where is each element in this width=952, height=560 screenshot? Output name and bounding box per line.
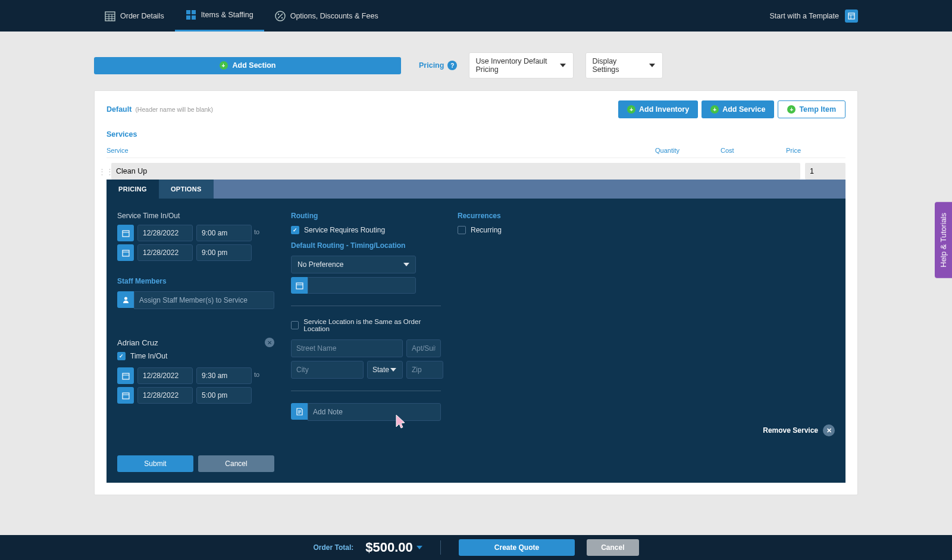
svg-rect-8 — [848, 13, 854, 19]
start-template-label[interactable]: Start with a Template — [770, 12, 840, 20]
same-location-label: Service Location is the Same as Order Lo… — [303, 318, 441, 332]
service-time-label: Service Time In/Out — [117, 212, 274, 220]
time-in-input[interactable] — [196, 225, 252, 241]
svg-rect-3 — [186, 15, 190, 20]
svg-rect-12 — [123, 373, 129, 379]
nav-order-details[interactable]: Order Details — [94, 0, 175, 32]
services-panel: Default (Header name will be blank) + Ad… — [94, 90, 858, 495]
time-inout-checkbox[interactable] — [117, 352, 126, 360]
svg-point-6 — [277, 13, 278, 14]
requires-routing-checkbox[interactable] — [291, 226, 299, 234]
service-row: ⋮⋮ — [107, 158, 845, 180]
svg-point-11 — [124, 297, 127, 300]
default-routing-label: Default Routing - Timing/Location — [291, 241, 441, 250]
svg-rect-14 — [296, 283, 303, 289]
options-body: Service Time In/Out — [107, 199, 845, 483]
help-tutorials-tab[interactable]: Help & Tutorials — [935, 202, 952, 278]
street-input[interactable] — [291, 339, 403, 357]
add-section-button[interactable]: + Add Section — [94, 57, 401, 74]
requires-routing-label: Service Requires Routing — [304, 226, 385, 234]
time-out-input[interactable] — [196, 244, 252, 261]
help-icon[interactable]: ? — [447, 61, 457, 70]
nav-right: Start with a Template — [770, 10, 859, 23]
routing-preference-select[interactable]: No Preference — [291, 256, 416, 273]
svg-rect-10 — [123, 250, 129, 256]
service-qty-input[interactable] — [805, 163, 845, 180]
to-label: to — [252, 371, 262, 378]
drag-handle-icon[interactable]: ⋮⋮ — [98, 167, 107, 176]
calendar-icon[interactable] — [117, 244, 134, 261]
panel-note: (Header name will be blank) — [135, 106, 213, 113]
user-icon[interactable] — [117, 291, 134, 308]
routing-date-input[interactable] — [308, 277, 416, 294]
temp-item-label: Temp Item — [799, 105, 836, 114]
remove-service-icon[interactable]: ✕ — [823, 424, 835, 436]
pricing-label: Pricing ? — [419, 61, 457, 70]
svg-rect-13 — [123, 393, 129, 399]
template-button[interactable] — [845, 10, 858, 23]
same-location-checkbox[interactable] — [291, 321, 299, 329]
routing-label: Routing — [291, 212, 441, 220]
note-icon[interactable] — [291, 403, 308, 420]
services-title: Services — [107, 130, 845, 139]
service-name-input[interactable] — [111, 163, 800, 180]
divider — [440, 540, 441, 549]
nav-options-discounts[interactable]: Options, Discounts & Fees — [264, 0, 389, 32]
staff-time-in-input[interactable] — [196, 367, 252, 384]
assign-staff-input[interactable] — [134, 291, 274, 309]
percent-icon — [275, 11, 286, 21]
calendar-grid-icon — [105, 11, 115, 21]
staff-time-out-input[interactable] — [196, 387, 252, 404]
calendar-icon[interactable] — [117, 367, 134, 384]
add-service-button[interactable]: + Add Service — [702, 100, 774, 118]
city-input[interactable] — [291, 361, 364, 379]
date-out-input[interactable] — [137, 244, 193, 261]
add-service-label: Add Service — [722, 105, 765, 114]
nav-options-discounts-label: Options, Discounts & Fees — [290, 12, 378, 20]
remove-staff-icon[interactable]: ✕ — [265, 338, 274, 347]
col-price: Price — [786, 147, 845, 154]
svg-rect-1 — [186, 10, 190, 14]
svg-rect-4 — [192, 15, 196, 20]
footer-cancel-button[interactable]: Cancel — [587, 539, 638, 549]
apt-input[interactable] — [406, 339, 441, 357]
col-quantity: Quantity — [655, 147, 721, 154]
create-quote-button[interactable]: Create Quote — [459, 539, 575, 549]
staff-date-out-input[interactable] — [137, 387, 193, 404]
add-inventory-label: Add Inventory — [639, 105, 689, 114]
top-controls: + Add Section Pricing ? Use Inventory De… — [94, 52, 858, 78]
recurring-checkbox[interactable] — [458, 226, 466, 234]
add-inventory-button[interactable]: + Add Inventory — [618, 100, 698, 118]
calendar-icon[interactable] — [117, 387, 134, 404]
date-in-input[interactable] — [137, 225, 193, 241]
divider — [291, 391, 441, 391]
tab-options[interactable]: OPTIONS — [159, 180, 214, 199]
remove-service-label[interactable]: Remove Service — [763, 426, 818, 435]
order-total-value[interactable]: $500.00 — [365, 540, 422, 549]
top-nav: Order Details Items & Staffing Options, … — [0, 0, 952, 32]
tab-filler — [214, 180, 845, 199]
time-inout-label: Time In/Out — [130, 352, 167, 360]
recurrences-label: Recurrences — [458, 212, 835, 220]
cancel-options-button[interactable]: Cancel — [198, 455, 274, 472]
order-total-label: Order Total: — [313, 543, 353, 549]
nav-items-staffing[interactable]: Items & Staffing — [175, 0, 264, 32]
calendar-icon[interactable] — [117, 225, 134, 241]
plus-icon: + — [710, 105, 719, 114]
plus-icon: + — [787, 105, 796, 114]
calendar-icon[interactable] — [291, 277, 308, 294]
display-settings-select[interactable]: Display Settings — [585, 52, 663, 78]
zip-input[interactable] — [406, 361, 443, 379]
col-service: Service — [107, 147, 655, 154]
submit-button[interactable]: Submit — [117, 455, 193, 472]
pricing-select[interactable]: Use Inventory Default Pricing — [469, 52, 574, 78]
state-select[interactable]: State — [367, 361, 403, 379]
staff-date-in-input[interactable] — [137, 367, 193, 384]
svg-point-7 — [281, 17, 282, 18]
nav-items-staffing-label: Items & Staffing — [201, 11, 253, 19]
tab-pricing[interactable]: PRICING — [107, 180, 159, 199]
temp-item-button[interactable]: + Temp Item — [778, 100, 845, 118]
add-section-label: Add Section — [233, 61, 276, 70]
note-input[interactable] — [308, 403, 441, 421]
plus-icon: + — [627, 105, 635, 114]
